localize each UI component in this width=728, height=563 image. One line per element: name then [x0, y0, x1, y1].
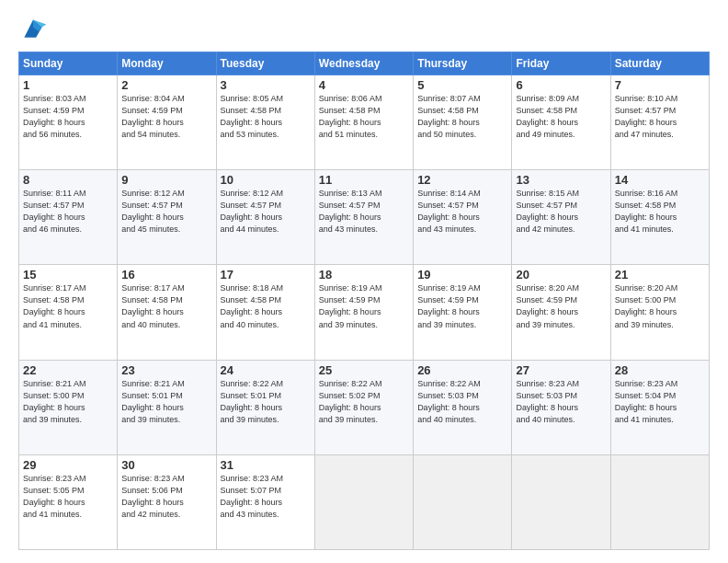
day-number: 20 — [516, 268, 606, 282]
day-number: 13 — [516, 173, 606, 187]
day-info: Sunrise: 8:06 AM Sunset: 4:58 PM Dayligh… — [319, 93, 409, 141]
calendar-cell: 22Sunrise: 8:21 AM Sunset: 5:00 PM Dayli… — [19, 360, 118, 454]
calendar-cell: 9Sunrise: 8:12 AM Sunset: 4:57 PM Daylig… — [118, 170, 216, 265]
calendar-cell: 15Sunrise: 8:17 AM Sunset: 4:58 PM Dayli… — [19, 265, 118, 360]
calendar-cell: 12Sunrise: 8:14 AM Sunset: 4:57 PM Dayli… — [414, 170, 512, 265]
calendar-cell: 13Sunrise: 8:15 AM Sunset: 4:57 PM Dayli… — [512, 170, 610, 265]
day-of-week-saturday: Saturday — [610, 52, 709, 75]
day-info: Sunrise: 8:18 AM Sunset: 4:58 PM Dayligh… — [221, 282, 311, 330]
day-number: 3 — [221, 78, 311, 92]
calendar-cell: 26Sunrise: 8:22 AM Sunset: 5:03 PM Dayli… — [414, 360, 512, 454]
calendar-cell: 25Sunrise: 8:22 AM Sunset: 5:02 PM Dayli… — [314, 360, 413, 454]
day-info: Sunrise: 8:23 AM Sunset: 5:03 PM Dayligh… — [516, 378, 606, 426]
day-info: Sunrise: 8:09 AM Sunset: 4:58 PM Dayligh… — [516, 93, 606, 141]
week-row-4: 22Sunrise: 8:21 AM Sunset: 5:00 PM Dayli… — [19, 360, 710, 454]
calendar-cell: 31Sunrise: 8:23 AM Sunset: 5:07 PM Dayli… — [216, 454, 314, 549]
day-number: 18 — [319, 268, 409, 282]
day-info: Sunrise: 8:14 AM Sunset: 4:57 PM Dayligh… — [417, 188, 507, 236]
day-of-week-monday: Monday — [118, 52, 216, 75]
calendar-cell — [512, 454, 610, 549]
day-info: Sunrise: 8:03 AM Sunset: 4:59 PM Dayligh… — [23, 93, 113, 141]
calendar-cell: 29Sunrise: 8:23 AM Sunset: 5:05 PM Dayli… — [19, 454, 118, 549]
calendar-cell: 18Sunrise: 8:19 AM Sunset: 4:59 PM Dayli… — [314, 265, 413, 360]
day-number: 1 — [23, 78, 113, 92]
calendar-cell: 5Sunrise: 8:07 AM Sunset: 4:58 PM Daylig… — [414, 75, 512, 170]
day-number: 6 — [516, 78, 606, 92]
day-of-week-friday: Friday — [512, 52, 610, 75]
day-info: Sunrise: 8:17 AM Sunset: 4:58 PM Dayligh… — [121, 282, 211, 330]
day-number: 31 — [221, 458, 311, 472]
day-of-week-sunday: Sunday — [19, 52, 118, 75]
day-of-week-wednesday: Wednesday — [314, 52, 413, 75]
calendar-cell: 2Sunrise: 8:04 AM Sunset: 4:59 PM Daylig… — [118, 75, 216, 170]
week-row-5: 29Sunrise: 8:23 AM Sunset: 5:05 PM Dayli… — [19, 454, 710, 549]
day-info: Sunrise: 8:05 AM Sunset: 4:58 PM Dayligh… — [221, 93, 311, 141]
day-number: 5 — [417, 78, 507, 92]
logo-icon — [18, 17, 48, 42]
calendar-cell — [414, 454, 512, 549]
day-info: Sunrise: 8:19 AM Sunset: 4:59 PM Dayligh… — [319, 282, 409, 330]
day-info: Sunrise: 8:21 AM Sunset: 5:01 PM Dayligh… — [121, 378, 211, 426]
day-info: Sunrise: 8:23 AM Sunset: 5:07 PM Dayligh… — [221, 473, 311, 521]
calendar-cell: 3Sunrise: 8:05 AM Sunset: 4:58 PM Daylig… — [216, 75, 314, 170]
calendar-table: SundayMondayTuesdayWednesdayThursdayFrid… — [18, 52, 710, 550]
day-number: 12 — [417, 173, 507, 187]
day-number: 8 — [23, 173, 113, 187]
calendar-cell: 14Sunrise: 8:16 AM Sunset: 4:58 PM Dayli… — [610, 170, 709, 265]
logo — [18, 17, 51, 42]
day-number: 25 — [319, 363, 409, 377]
page: SundayMondayTuesdayWednesdayThursdayFrid… — [0, 0, 728, 563]
day-info: Sunrise: 8:10 AM Sunset: 4:57 PM Dayligh… — [615, 93, 705, 141]
day-number: 27 — [516, 363, 606, 377]
day-number: 19 — [417, 268, 507, 282]
day-number: 11 — [319, 173, 409, 187]
day-number: 21 — [615, 268, 705, 282]
header-row: SundayMondayTuesdayWednesdayThursdayFrid… — [19, 52, 710, 75]
calendar-cell — [610, 454, 709, 549]
day-number: 22 — [23, 363, 113, 377]
calendar-cell: 1Sunrise: 8:03 AM Sunset: 4:59 PM Daylig… — [19, 75, 118, 170]
day-info: Sunrise: 8:07 AM Sunset: 4:58 PM Dayligh… — [417, 93, 507, 141]
day-of-week-tuesday: Tuesday — [216, 52, 314, 75]
day-number: 14 — [615, 173, 705, 187]
day-number: 17 — [221, 268, 311, 282]
day-number: 23 — [121, 363, 211, 377]
day-info: Sunrise: 8:15 AM Sunset: 4:57 PM Dayligh… — [516, 188, 606, 236]
day-info: Sunrise: 8:17 AM Sunset: 4:58 PM Dayligh… — [23, 282, 113, 330]
day-info: Sunrise: 8:21 AM Sunset: 5:00 PM Dayligh… — [23, 378, 113, 426]
day-info: Sunrise: 8:20 AM Sunset: 5:00 PM Dayligh… — [615, 282, 705, 330]
day-number: 30 — [121, 458, 211, 472]
day-of-week-thursday: Thursday — [414, 52, 512, 75]
week-row-1: 1Sunrise: 8:03 AM Sunset: 4:59 PM Daylig… — [19, 75, 710, 170]
calendar-cell: 23Sunrise: 8:21 AM Sunset: 5:01 PM Dayli… — [118, 360, 216, 454]
calendar-cell: 28Sunrise: 8:23 AM Sunset: 5:04 PM Dayli… — [610, 360, 709, 454]
day-number: 29 — [23, 458, 113, 472]
day-number: 16 — [121, 268, 211, 282]
day-info: Sunrise: 8:23 AM Sunset: 5:06 PM Dayligh… — [121, 473, 211, 521]
day-info: Sunrise: 8:11 AM Sunset: 4:57 PM Dayligh… — [23, 188, 113, 236]
calendar-cell: 30Sunrise: 8:23 AM Sunset: 5:06 PM Dayli… — [118, 454, 216, 549]
calendar-cell: 16Sunrise: 8:17 AM Sunset: 4:58 PM Dayli… — [118, 265, 216, 360]
calendar-cell: 19Sunrise: 8:19 AM Sunset: 4:59 PM Dayli… — [414, 265, 512, 360]
day-number: 26 — [417, 363, 507, 377]
calendar-cell: 20Sunrise: 8:20 AM Sunset: 4:59 PM Dayli… — [512, 265, 610, 360]
calendar-cell: 24Sunrise: 8:22 AM Sunset: 5:01 PM Dayli… — [216, 360, 314, 454]
day-info: Sunrise: 8:12 AM Sunset: 4:57 PM Dayligh… — [221, 188, 311, 236]
day-number: 2 — [121, 78, 211, 92]
calendar-cell — [314, 454, 413, 549]
day-number: 4 — [319, 78, 409, 92]
calendar-cell: 17Sunrise: 8:18 AM Sunset: 4:58 PM Dayli… — [216, 265, 314, 360]
day-info: Sunrise: 8:19 AM Sunset: 4:59 PM Dayligh… — [417, 282, 507, 330]
day-info: Sunrise: 8:16 AM Sunset: 4:58 PM Dayligh… — [615, 188, 705, 236]
day-info: Sunrise: 8:23 AM Sunset: 5:04 PM Dayligh… — [615, 378, 705, 426]
calendar-cell: 10Sunrise: 8:12 AM Sunset: 4:57 PM Dayli… — [216, 170, 314, 265]
day-info: Sunrise: 8:22 AM Sunset: 5:02 PM Dayligh… — [319, 378, 409, 426]
day-info: Sunrise: 8:13 AM Sunset: 4:57 PM Dayligh… — [319, 188, 409, 236]
day-number: 24 — [221, 363, 311, 377]
day-info: Sunrise: 8:22 AM Sunset: 5:03 PM Dayligh… — [417, 378, 507, 426]
day-info: Sunrise: 8:22 AM Sunset: 5:01 PM Dayligh… — [221, 378, 311, 426]
day-info: Sunrise: 8:23 AM Sunset: 5:05 PM Dayligh… — [23, 473, 113, 521]
header — [18, 17, 710, 42]
week-row-2: 8Sunrise: 8:11 AM Sunset: 4:57 PM Daylig… — [19, 170, 710, 265]
day-number: 10 — [221, 173, 311, 187]
